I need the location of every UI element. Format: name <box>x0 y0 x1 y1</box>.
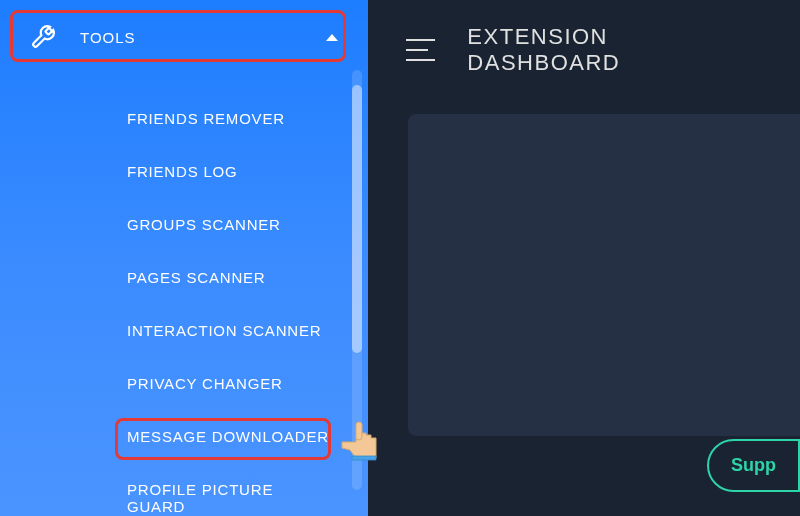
content-panel <box>408 114 800 436</box>
sidebar-item-privacy-changer[interactable]: PRIVACY CHANGER <box>127 357 336 410</box>
hamburger-menu-icon[interactable] <box>406 39 435 61</box>
sidebar-item-pages-scanner[interactable]: PAGES SCANNER <box>127 251 336 304</box>
tools-menu-toggle[interactable]: TOOLS <box>12 12 356 62</box>
sidebar-menu-list: FRIENDS REMOVER FRIENDS LOG GROUPS SCANN… <box>12 92 356 516</box>
sidebar-item-interaction-scanner[interactable]: INTERACTION SCANNER <box>127 304 336 357</box>
sidebar-item-message-downloader[interactable]: MESSAGE DOWNLOADER <box>127 410 336 463</box>
sidebar-item-friends-log[interactable]: FRIENDS LOG <box>127 145 336 198</box>
main-content: EXTENSION DASHBOARD Supp <box>368 0 800 516</box>
header-bar: EXTENSION DASHBOARD <box>368 0 800 100</box>
tools-icon <box>30 24 56 50</box>
sidebar-item-friends-remover[interactable]: FRIENDS REMOVER <box>127 92 336 145</box>
sidebar-item-profile-picture-guard[interactable]: PROFILE PICTURE GUARD <box>127 463 336 516</box>
chevron-up-icon <box>326 34 338 41</box>
svg-rect-1 <box>356 422 362 440</box>
page-title: EXTENSION DASHBOARD <box>467 24 762 76</box>
tools-header-left: TOOLS <box>30 24 136 50</box>
pointer-hand-icon <box>338 418 390 462</box>
scrollbar-thumb[interactable] <box>352 85 362 353</box>
sidebar-item-groups-scanner[interactable]: GROUPS SCANNER <box>127 198 336 251</box>
sidebar: TOOLS FRIENDS REMOVER FRIENDS LOG GROUPS… <box>0 0 368 516</box>
support-button[interactable]: Supp <box>707 439 800 492</box>
tools-label: TOOLS <box>80 29 136 46</box>
